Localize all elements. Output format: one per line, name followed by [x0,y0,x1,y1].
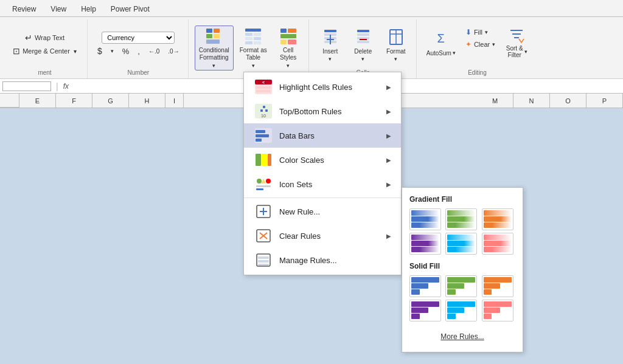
col-header-g[interactable]: G [92,94,129,108]
name-box[interactable] [2,81,51,91]
dec-decrease-button[interactable]: ←.0 [145,47,163,56]
ribbon-tab-bar: Review View Help Power Pivot [0,0,623,17]
col-header-m[interactable]: M [477,94,513,108]
comma-button[interactable]: , [134,46,144,57]
solid-pink-item[interactable] [482,300,513,321]
svg-rect-1 [214,29,220,33]
icon-sets-item[interactable]: Icon Sets ▶ [244,172,401,196]
svg-rect-2 [206,34,212,38]
svg-text:10: 10 [261,114,266,118]
highlight-cells-icon: < [254,78,273,95]
more-rules-link[interactable]: More Rules... [409,329,515,345]
delete-icon [353,27,373,47]
svg-rect-45 [256,130,265,133]
clear-icon: ✦ [465,40,472,49]
color-scales-item[interactable]: Color Scales ▶ [244,148,401,172]
clear-button[interactable]: ✦ Clear ▾ [462,39,499,50]
data-bars-item[interactable]: Data Bars ▶ [244,123,401,148]
delete-dropdown[interactable]: ▾ [361,56,364,62]
top-bottom-rules-item[interactable]: 10 Top/Bottom Rules ▶ [244,99,401,123]
solid-purple-item[interactable] [409,300,441,321]
conditional-formatting-button[interactable]: ConditionalFormatting ▾ [195,26,234,70]
cell-styles-dropdown[interactable]: ▾ [287,63,290,69]
highlight-cells-rules-item[interactable]: < Highlight Cells Rules ▶ [244,75,401,99]
clear-rules-item[interactable]: Clear Rules ▶ [244,224,401,248]
solid-teal-item[interactable] [445,300,477,321]
col-header-h[interactable]: H [129,94,165,108]
insert-button[interactable]: Insert ▾ [315,22,346,67]
format-as-table-button[interactable]: Format asTable ▾ [236,26,271,70]
color-scales-label: Color Scales [279,156,324,165]
manage-rules-label: Manage Rules... [279,256,337,265]
gradient-pink-item[interactable] [482,233,513,255]
svg-rect-56 [256,185,271,187]
gradient-fill-title: Gradient Fill [409,195,515,204]
number-format-row: $ ▾ % , ←.0 .0→ [94,45,183,57]
fill-dropdown[interactable]: ▾ [485,29,488,35]
cell-styles-icon [279,27,298,46]
gradient-green-item[interactable] [445,208,477,230]
cell-styles-label: CellStyles [280,47,296,61]
tab-help[interactable]: Help [74,2,103,16]
svg-rect-47 [256,139,262,142]
insert-dropdown[interactable]: ▾ [329,56,332,62]
wrap-text-button[interactable]: ↵ Wrap Text [21,32,68,44]
tab-powerpivot[interactable]: Power Pivot [103,2,157,16]
gradient-teal-item[interactable] [445,233,477,255]
row-col-corner [0,94,19,108]
format-as-table-label: Format asTable [240,47,267,61]
svg-rect-12 [280,29,287,33]
gradient-red-item[interactable] [482,208,513,230]
conditional-formatting-dropdown[interactable]: ▾ [212,63,215,69]
manage-rules-icon [254,252,273,269]
merge-center-button[interactable]: ⊡ Merge & Center ▾ [9,45,80,57]
col-header-f[interactable]: F [56,94,92,108]
svg-rect-49 [256,154,261,166]
col-header-p[interactable]: P [586,94,623,108]
autosum-button[interactable]: Σ AutoSum ▾ [423,24,459,61]
fill-button[interactable]: ⬇ Fill ▾ [462,27,499,38]
col-header-i[interactable]: I [165,94,184,108]
sort-filter-button[interactable]: Sort &Filter ▾ [501,24,532,61]
dollar-dropdown[interactable]: ▾ [107,47,117,55]
solid-red-item[interactable] [482,275,513,297]
merge-dropdown-icon[interactable]: ▾ [74,48,77,55]
number-format-dropdown[interactable]: Currency [102,32,175,44]
svg-rect-57 [256,188,263,190]
svg-rect-16 [288,39,296,44]
cells-group-content: Insert ▾ Delete ▾ [315,22,411,67]
svg-rect-11 [254,41,261,44]
sort-filter-icon [507,27,526,44]
manage-rules-item[interactable]: Manage Rules... [244,248,401,272]
solid-green-item[interactable] [445,275,477,297]
dec-increase-button[interactable]: .0→ [164,47,183,56]
percent-button[interactable]: % [119,46,133,57]
gradient-blue-item[interactable] [409,208,441,230]
insert-label: Insert [322,48,338,55]
col-header-o[interactable]: O [550,94,586,108]
solid-blue-item[interactable] [409,275,441,297]
top-bottom-icon: 10 [254,103,273,120]
svg-rect-24 [357,33,369,36]
svg-rect-17 [324,30,336,32]
format-as-table-dropdown[interactable]: ▾ [252,63,255,69]
format-dropdown[interactable]: ▾ [394,56,397,62]
svg-rect-13 [288,29,296,33]
svg-rect-41 [260,109,263,112]
svg-rect-3 [214,34,220,38]
col-header-e[interactable]: E [19,94,56,108]
svg-rect-7 [254,33,261,36]
wrap-text-icon: ↵ [25,33,32,43]
cell-styles-button[interactable]: CellStyles ▾ [273,26,304,70]
new-rule-item[interactable]: New Rule... [244,199,401,224]
gradient-purple-item[interactable] [409,233,441,255]
delete-button[interactable]: Delete ▾ [348,22,378,67]
svg-rect-5 [245,29,261,32]
format-button[interactable]: Format ▾ [381,22,411,67]
dollar-button[interactable]: $ [94,45,106,57]
tab-view[interactable]: View [43,2,74,16]
clear-dropdown[interactable]: ▾ [492,41,495,47]
tab-review[interactable]: Review [5,2,43,16]
col-header-n[interactable]: N [513,94,550,108]
svg-rect-26 [357,41,369,43]
